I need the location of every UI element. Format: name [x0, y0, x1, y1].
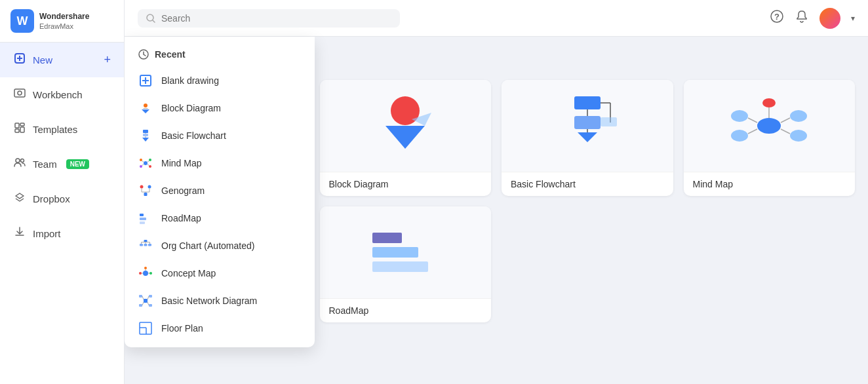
dropdown-item-block[interactable]: Block Diagram	[125, 94, 315, 122]
svg-point-30	[140, 165, 142, 168]
sidebar-item-team[interactable]: Team NEW	[0, 147, 124, 182]
sidebar-item-dropbox-label: Dropbox	[33, 193, 70, 204]
sidebar-item-import-label: Import	[33, 228, 61, 239]
search-input[interactable]	[161, 13, 392, 24]
svg-point-37	[148, 185, 151, 189]
card-block[interactable]: Block Diagram	[320, 80, 492, 196]
roadmap-icon	[138, 210, 153, 226]
dropdown-item-network[interactable]: Basic Network Diagram	[125, 287, 315, 315]
sidebar-item-team-label: Team	[33, 159, 57, 170]
mindmap-card-svg	[730, 90, 808, 162]
svg-point-27	[144, 161, 148, 165]
svg-rect-46	[144, 240, 148, 242]
sidebar-item-templates[interactable]: Templates	[0, 112, 124, 147]
svg-rect-109	[372, 233, 402, 243]
svg-line-95	[748, 129, 757, 134]
flowchart-card-svg	[548, 90, 627, 162]
svg-line-33	[148, 161, 149, 163]
help-icon[interactable]: ?	[770, 9, 784, 27]
svg-rect-108	[372, 261, 428, 272]
dropdown-item-floor[interactable]: Floor Plan	[125, 315, 315, 342]
svg-line-67	[142, 296, 144, 299]
svg-rect-49	[148, 244, 151, 246]
dropdown-item-network-label: Basic Network Diagram	[161, 296, 257, 306]
dropdown-item-mindmap-label: Mind Map	[161, 158, 201, 168]
recent-dropdown: Recent Blank drawing Block Diagram Basic…	[125, 37, 315, 347]
svg-point-10	[21, 159, 24, 163]
svg-rect-66	[149, 304, 152, 307]
svg-line-68	[148, 296, 149, 299]
svg-rect-64	[149, 295, 152, 298]
block-diagram-icon	[138, 100, 153, 116]
svg-rect-71	[140, 322, 151, 334]
svg-line-32	[142, 161, 144, 163]
svg-rect-45	[140, 221, 145, 224]
svg-point-28	[140, 159, 142, 161]
sidebar-item-workbench-label: Workbench	[33, 89, 83, 100]
header: ? ▾	[125, 0, 868, 37]
svg-point-56	[139, 272, 142, 275]
card-block-image	[320, 80, 492, 172]
svg-marker-23	[142, 138, 149, 142]
workbench-icon	[13, 86, 26, 103]
svg-rect-63	[139, 295, 142, 298]
card-flowchart-image	[502, 80, 673, 172]
svg-line-94	[781, 118, 790, 123]
svg-point-29	[149, 159, 151, 161]
dropdown-item-roadmap[interactable]: RoadMap	[125, 204, 315, 232]
svg-rect-87	[601, 117, 617, 126]
svg-point-58	[144, 267, 147, 269]
recent-clock-icon	[138, 48, 149, 60]
app-product: EdrawMax	[39, 22, 89, 30]
dropdown-item-mindmap[interactable]: Mind Map	[125, 149, 315, 177]
card-roadmap-image	[320, 206, 492, 298]
main-area: ? ▾ Recent Blank drawing Block Dia	[125, 0, 868, 384]
import-icon	[13, 225, 26, 242]
svg-marker-20	[142, 109, 149, 113]
svg-marker-82	[578, 132, 597, 142]
avatar[interactable]	[819, 8, 840, 29]
dropdown-item-concept[interactable]: Concept Map	[125, 259, 315, 287]
svg-rect-107	[372, 247, 418, 258]
svg-point-91	[731, 130, 748, 142]
dropdown-item-blank[interactable]: Blank drawing	[125, 67, 315, 94]
templates-icon	[13, 121, 26, 138]
card-roadmap[interactable]: RoadMap	[320, 206, 492, 322]
new-icon	[13, 52, 26, 68]
search-icon	[146, 13, 156, 24]
svg-rect-48	[144, 244, 148, 246]
svg-line-35	[148, 164, 149, 166]
sidebar-item-templates-label: Templates	[33, 124, 77, 135]
search-container[interactable]	[138, 9, 400, 28]
dropbox-icon	[13, 191, 26, 207]
dropdown-item-org[interactable]: Org Chart (Automated)	[125, 232, 315, 259]
notification-icon[interactable]	[795, 9, 809, 27]
sidebar-item-new[interactable]: New +	[0, 43, 124, 77]
roadmap-card-svg	[366, 226, 444, 278]
svg-point-92	[790, 130, 807, 142]
card-mindmap-image	[684, 80, 856, 172]
sidebar-item-dropbox[interactable]: Dropbox	[0, 182, 124, 216]
svg-line-34	[142, 164, 144, 166]
sidebar-item-import[interactable]: Import	[0, 216, 124, 251]
block-card-svg	[366, 90, 444, 162]
svg-rect-7	[15, 129, 19, 132]
svg-rect-47	[140, 244, 143, 246]
avatar-chevron-icon[interactable]: ▾	[851, 14, 855, 23]
dropdown-item-flowchart[interactable]: Basic Flowchart	[125, 122, 315, 149]
card-mindmap[interactable]: Mind Map	[684, 80, 856, 196]
dropdown-item-genogram[interactable]: Genogram	[125, 177, 315, 204]
card-roadmap-label: RoadMap	[320, 298, 492, 322]
dropdown-section-header: Recent	[125, 42, 315, 67]
sidebar: W Wondershare EdrawMax New + Workbench T…	[0, 0, 125, 384]
sidebar-item-workbench[interactable]: Workbench	[0, 77, 124, 112]
svg-point-90	[790, 110, 807, 122]
svg-text:?: ?	[774, 12, 779, 22]
card-flowchart[interactable]: Basic Flowchart	[502, 80, 673, 196]
flowchart-icon	[138, 128, 153, 144]
dropdown-section-label: Recent	[155, 49, 186, 60]
app-logo: W Wondershare EdrawMax	[0, 0, 124, 43]
svg-rect-44	[140, 218, 146, 220]
floor-plan-icon	[138, 320, 153, 336]
svg-point-4	[18, 91, 22, 95]
